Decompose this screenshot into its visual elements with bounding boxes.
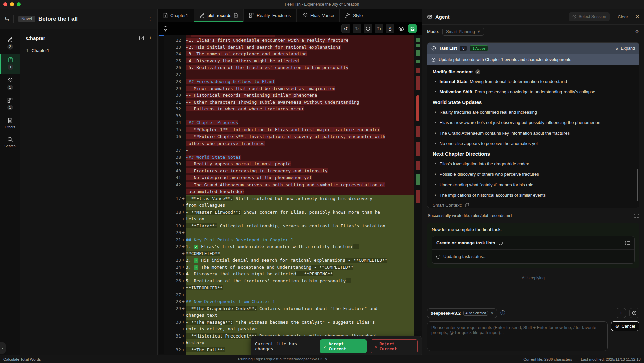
mode-label: Mode: — [427, 29, 439, 34]
ai-replying-status: AI is replying — [427, 276, 639, 280]
prompt-input[interactable] — [427, 321, 608, 351]
chevron-down-icon: ∨ — [615, 46, 618, 51]
tab-elias_vance[interactable]: Elias_Vance — [297, 9, 340, 22]
count-badge: 2 — [7, 44, 13, 50]
diff-line: 28+## New Developments from Chapter 1 — [166, 298, 414, 305]
new-chat-button[interactable]: + — [616, 308, 626, 318]
collapse-sidebar-button[interactable]: ‹ — [0, 342, 6, 354]
sidebar-item-search[interactable]: Search — [0, 133, 20, 152]
lightbulb-icon[interactable] — [163, 26, 168, 32]
text-color-button[interactable]: A — [386, 24, 394, 33]
sidebar-item-chapters[interactable]: 1 — [0, 54, 20, 74]
diff-line: 24+3. ✓ The moment of acceptance and und… — [166, 264, 414, 271]
diff-line: 29-- Minor anomalies that could be dismi… — [166, 85, 414, 92]
cancel-button[interactable]: ⊘ Cancel — [611, 321, 639, 331]
close-agent-icon[interactable]: ✕ — [635, 14, 639, 20]
expand-icon[interactable] — [634, 214, 639, 218]
diff-line: 28-## Foreshadowing & Clues to Plant — [166, 78, 414, 85]
chapter-item[interactable]: 1.Chapter1 — [26, 48, 152, 53]
reject-current-button[interactable]: ✕ Reject Current — [371, 339, 418, 353]
spinner-icon — [499, 241, 503, 245]
layout-icon[interactable] — [637, 2, 641, 6]
switch-project-icon[interactable]: ⇆ — [5, 15, 9, 22]
clear-button[interactable]: Clear — [618, 14, 628, 19]
undo-button[interactable]: ↺ — [341, 24, 350, 33]
font-size-button[interactable]: TT — [375, 24, 383, 33]
mode-select[interactable]: Smart Planning∨ — [442, 28, 484, 36]
expand-task-list-button[interactable]: ∨ Expand — [615, 46, 635, 51]
section-heading: Next Chapter Directions — [433, 151, 634, 157]
diff-line: 37- — [166, 147, 414, 154]
info-icon[interactable]: ⓘ — [500, 310, 505, 316]
tool-status-row: Updating task status... — [432, 250, 634, 263]
task-count-badge: 8 — [460, 46, 467, 51]
chat-history-button[interactable] — [629, 308, 639, 318]
diff-line: 30+- **The Message**: "The witness becom… — [166, 319, 414, 326]
overview-strip[interactable] — [159, 35, 164, 354]
preview-button[interactable] — [397, 24, 406, 33]
sidebar-item-others[interactable]: Others — [0, 114, 20, 133]
model-select[interactable]: deepseek-v3.2 Auto Selected ∨ — [427, 308, 497, 318]
gear-icon[interactable]: ⚙ — [635, 29, 639, 35]
active-task-label: Update plot records with Chapter 1 event… — [439, 57, 571, 62]
calculate-words-button[interactable]: Calculate Total Words — [3, 357, 41, 361]
diff-view[interactable]: 22-1. Elias's first undeniable encounter… — [158, 35, 422, 355]
statusbar: Calculate Total Words Running Logs: Requ… — [0, 355, 644, 363]
task-list-header[interactable]: Task List 8 1 Active ∨ Expand — [427, 43, 639, 54]
diff-line: 26+5. Realization of the fractures' conn… — [166, 278, 414, 285]
bullet-item: •Possible discovery of others who percei… — [435, 171, 634, 177]
running-logs[interactable]: Running Logs: Request ai feelfish/deepse… — [238, 357, 328, 361]
chevron-down-icon: ∨ — [491, 311, 493, 315]
window-title: FeelFish - Experience the Joy of Creatio… — [0, 2, 644, 7]
copy-icon[interactable] — [465, 203, 469, 207]
rail-item-label: Search — [4, 144, 15, 148]
project-panel: ⇆ Novel Before the Fall ⋮ 2111OthersSear… — [0, 9, 158, 355]
diff-line: 32-- Patterns in when and where fracture… — [166, 106, 414, 113]
diff-line: 39-- Reality appears normal to most peop… — [166, 161, 414, 168]
bullet-item: •Reality fractures are confirmed real an… — [435, 109, 634, 115]
chapter-panel: Chapter + 1.Chapter1 — [20, 29, 157, 355]
tool-result-card: Modify file content ✓ •Internal State: M… — [427, 65, 639, 208]
tool-call-row[interactable]: Create or manage task lists — [432, 236, 634, 250]
save-button[interactable] — [408, 24, 417, 33]
history-button[interactable] — [364, 24, 372, 33]
diff-line: 36-- **Future Chapters**: Investigation,… — [166, 133, 414, 140]
diff-line: 21+## Key Plot Points Developed in Chapt… — [166, 237, 414, 244]
rename-chapter-icon[interactable] — [139, 36, 144, 41]
check-icon: ✓ — [324, 344, 326, 349]
accept-current-button[interactable]: ✓ Accept Current — [320, 339, 366, 353]
scrollbar[interactable] — [637, 169, 638, 201]
diff-line: +**INTRODUCED** — [166, 284, 414, 292]
current-file-chars: Current file: 2986 characters — [523, 357, 572, 361]
redo-button[interactable]: ↻ — [353, 24, 361, 33]
diff-line: 22+1. ✓ Elias's first undeniable encount… — [166, 243, 414, 250]
diff-line: 34-## Chapter Progress — [166, 119, 414, 126]
count-badge: 1 — [7, 105, 13, 110]
last-modified: Last modified: 2025/11/13 11:32:13 — [581, 357, 641, 361]
tab-reality_fractures[interactable]: Reality_Fractures — [244, 9, 297, 22]
tool-status-text: Updating task status... — [443, 254, 487, 259]
project-type-badge: Novel — [18, 16, 35, 22]
editor: Chapter1plot_recordsReality_FracturesEli… — [158, 9, 422, 355]
select-session-button[interactable]: Select Session — [569, 12, 610, 21]
diff-line: +role is active, not passive — [166, 326, 414, 333]
sidebar-item-characters[interactable]: 1 — [0, 74, 20, 94]
diff-line: 17+- **Elias Vance**: Still isolated but… — [166, 195, 414, 202]
active-task-row[interactable]: Update plot records with Chapter 1 event… — [427, 54, 639, 65]
file-write-result: Successfully wrote file: rules/plot_reco… — [428, 213, 512, 218]
tab-chapter1[interactable]: Chapter1 — [158, 9, 194, 22]
diff-line: 25+4. Discovery that others might be aff… — [166, 271, 414, 278]
diff-line: 40-- Fractures are increasing in frequen… — [166, 168, 414, 175]
sidebar-item-writing[interactable]: 2 — [0, 33, 20, 54]
tab-plot_records[interactable]: plot_records — [194, 9, 244, 22]
diff-line: 31-- Other characters showing subtle awa… — [166, 99, 414, 106]
minimap[interactable] — [414, 35, 422, 355]
tab-style[interactable]: Style — [340, 9, 368, 22]
project-header: ⇆ Novel Before the Fall ⋮ — [0, 9, 157, 29]
project-menu-icon[interactable]: ⋮ — [148, 16, 153, 22]
stop-icon: ⊘ — [615, 324, 619, 329]
chapter-heading: Chapter — [26, 35, 139, 41]
sidebar-item-worldbuilding[interactable]: 1 — [0, 94, 20, 114]
add-chapter-button[interactable]: + — [149, 35, 152, 41]
spinner-icon — [436, 255, 440, 259]
